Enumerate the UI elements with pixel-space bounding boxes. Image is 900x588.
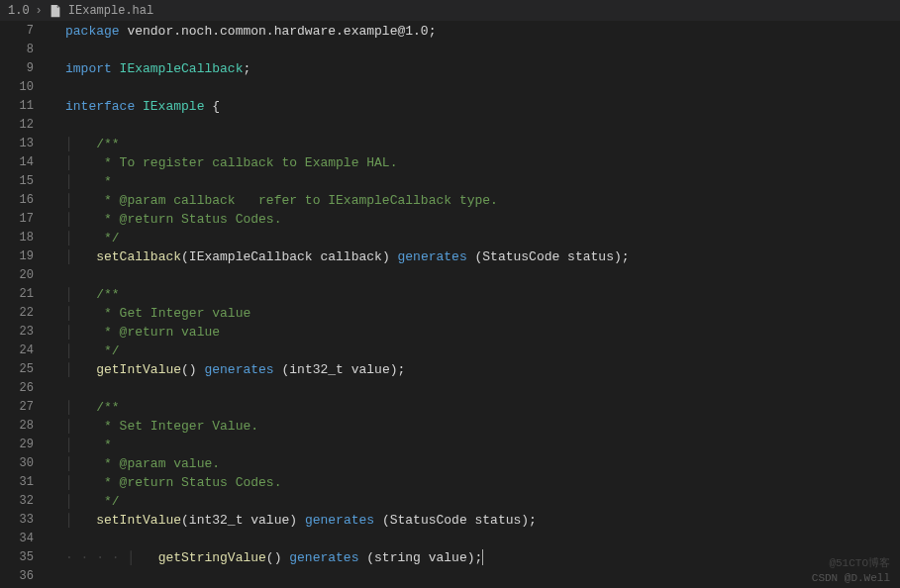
code-line: │ */: [65, 492, 900, 511]
line-number: 23: [0, 323, 34, 342]
line-number: 34: [0, 530, 34, 548]
line-number: 29: [0, 436, 34, 454]
code-line: import IExampleCallback;: [65, 59, 900, 78]
line-number: 8: [0, 41, 34, 59]
code-line: │ getIntValue() generates (int32_t value…: [65, 360, 900, 379]
line-number: 9: [0, 59, 34, 78]
line-number: 19: [0, 247, 34, 266]
code-line: │ /**: [65, 285, 900, 304]
line-number: 15: [0, 172, 34, 191]
text-cursor: [482, 549, 483, 565]
code-line: │ */: [65, 229, 900, 247]
code-line: │ * Get Integer value: [65, 304, 900, 323]
code-line: │ /**: [65, 135, 900, 153]
line-number: 17: [0, 210, 34, 229]
code-line: │ setIntValue(int32_t value) generates (…: [65, 511, 900, 530]
line-number: 13: [0, 135, 34, 153]
line-number-gutter: 7891011121314151617181920212223242526272…: [0, 22, 48, 588]
code-line: │ * @return value: [65, 323, 900, 342]
line-number: 33: [0, 511, 34, 530]
code-line: │ * @param callback refer to IExampleCal…: [65, 191, 900, 210]
file-icon: [49, 4, 62, 18]
breadcrumb-bar: 1.0 › IExample.hal: [0, 0, 900, 22]
breadcrumb-version: 1.0: [8, 4, 30, 18]
line-number: 25: [0, 360, 34, 379]
code-line: · · · · │ getStringValue() generates (st…: [65, 548, 900, 567]
code-line: [65, 567, 900, 586]
line-number: 16: [0, 191, 34, 210]
code-line: │ * @return Status Codes.: [65, 210, 900, 229]
breadcrumb-filename: IExample.hal: [68, 4, 153, 18]
line-number: 30: [0, 454, 34, 473]
chevron-right-icon: ›: [36, 4, 43, 18]
line-number: 24: [0, 342, 34, 360]
code-line: [65, 266, 900, 285]
code-line: [65, 78, 900, 97]
line-number: 18: [0, 229, 34, 247]
code-line: │ * Set Integer Value.: [65, 417, 900, 436]
code-line: [65, 41, 900, 59]
code-line: │ *: [65, 436, 900, 454]
line-number: 35: [0, 548, 34, 567]
code-line: │ */: [65, 342, 900, 360]
code-line: interface IExample {: [65, 97, 900, 116]
code-content[interactable]: package vendor.noch.common.hardware.exam…: [48, 22, 900, 588]
code-line: │ * @return Status Codes.: [65, 473, 900, 492]
line-number: 12: [0, 116, 34, 135]
line-number: 31: [0, 473, 34, 492]
code-line: │ *: [65, 172, 900, 191]
line-number: 14: [0, 153, 34, 172]
code-editor[interactable]: 7891011121314151617181920212223242526272…: [0, 22, 900, 588]
line-number: 7: [0, 22, 34, 41]
line-number: 36: [0, 567, 34, 586]
code-line: │ * To register callback to Example HAL.: [65, 153, 900, 172]
code-line: [65, 379, 900, 398]
code-line: package vendor.noch.common.hardware.exam…: [65, 22, 900, 41]
line-number: 20: [0, 266, 34, 285]
line-number: 21: [0, 285, 34, 304]
code-line: [65, 530, 900, 548]
line-number: 28: [0, 417, 34, 436]
breadcrumb[interactable]: 1.0 › IExample.hal: [8, 4, 153, 18]
line-number: 32: [0, 492, 34, 511]
line-number: 26: [0, 379, 34, 398]
line-number: 11: [0, 97, 34, 116]
code-line: │ * @param value.: [65, 454, 900, 473]
code-line: [65, 116, 900, 135]
line-number: 22: [0, 304, 34, 323]
code-line: │ setCallback(IExampleCallback callback)…: [65, 247, 900, 266]
line-number: 10: [0, 78, 34, 97]
line-number: 27: [0, 398, 34, 417]
code-line: │ /**: [65, 398, 900, 417]
